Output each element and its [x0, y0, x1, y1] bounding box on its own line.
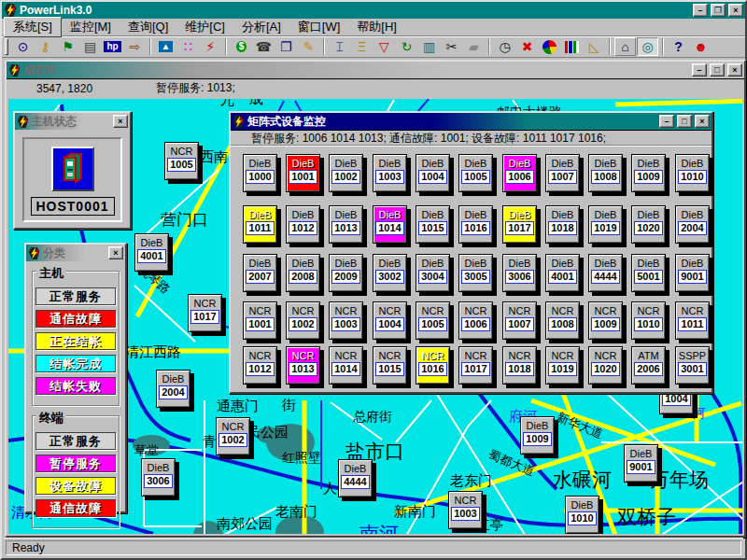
- matrix-device-ncr-1018[interactable]: NCR1018: [502, 346, 537, 385]
- refresh-icon[interactable]: ↻: [396, 37, 417, 56]
- menu-item-1[interactable]: 系统[S]: [4, 17, 62, 37]
- exit-door-icon[interactable]: ⇨: [124, 37, 146, 56]
- matrix-device-ncr-1002[interactable]: NCR1002: [286, 301, 320, 340]
- map-device-dieb-3006[interactable]: DieB3006: [141, 458, 176, 497]
- key-icon[interactable]: ⚷: [35, 37, 56, 56]
- matrix-device-dieb-1014[interactable]: DieB1014: [373, 205, 407, 244]
- matrix-device-ncr-1013[interactable]: NCR1013: [286, 346, 320, 385]
- matrix-device-ncr-1001[interactable]: NCR1001: [243, 301, 277, 340]
- matrix-device-dieb-1005[interactable]: DieB1005: [458, 154, 493, 192]
- phone-icon[interactable]: ☎: [253, 37, 275, 56]
- matrix-device-dieb-1015[interactable]: DieB1015: [416, 205, 450, 244]
- matrix-device-ncr-1003[interactable]: NCR1003: [329, 301, 363, 340]
- matrix-device-dieb-1010[interactable]: DieB1010: [675, 154, 710, 192]
- clock-icon[interactable]: ◷: [494, 37, 515, 56]
- matrix-device-ncr-1012[interactable]: NCR1012: [243, 346, 277, 385]
- lightning-icon[interactable]: ⚡: [200, 37, 221, 56]
- matrix-device-dieb-1017[interactable]: DieB1017: [502, 205, 537, 244]
- matrix-device-ncr-1019[interactable]: NCR1019: [545, 346, 580, 385]
- matrix-device-dieb-2008[interactable]: DieB2008: [286, 254, 320, 292]
- matrix-device-ncr-1015[interactable]: NCR1015: [373, 346, 407, 385]
- matrix-device-dieb-1020[interactable]: DieB1020: [631, 205, 666, 244]
- matrix-device-dieb-1016[interactable]: DieB1016: [458, 205, 493, 244]
- matrix-device-dieb-1002[interactable]: DieB1002: [329, 154, 363, 192]
- hp-doc-icon[interactable]: hp: [102, 37, 123, 56]
- matrix-device-dieb-1019[interactable]: DieB1019: [588, 205, 623, 244]
- toolbar-grip[interactable]: [5, 38, 8, 55]
- matrix-device-ncr-1010[interactable]: NCR1010: [631, 301, 666, 340]
- matrix-device-dieb-1013[interactable]: DieB1013: [329, 205, 363, 244]
- gauge-icon[interactable]: Ξ: [351, 37, 373, 56]
- matrix-device-dieb-4444[interactable]: DieB4444: [588, 254, 623, 292]
- map-device-dieb-1010[interactable]: DieB1010: [565, 496, 599, 534]
- host-icon-button[interactable]: [51, 147, 94, 191]
- legend-close-button[interactable]: ×: [108, 246, 123, 259]
- help-icon[interactable]: ?: [668, 37, 689, 56]
- menu-item-6[interactable]: 窗口[W]: [289, 18, 349, 36]
- scissors-icon[interactable]: ✂: [441, 37, 462, 56]
- matrix-device-dieb-3005[interactable]: DieB3005: [458, 254, 493, 292]
- find-icon[interactable]: ⊙: [12, 37, 34, 56]
- matrix-device-dieb-1004[interactable]: DieB1004: [416, 154, 450, 192]
- restore-button[interactable]: ❐: [711, 4, 726, 17]
- matrix-device-ncr-1016[interactable]: NCR1016: [416, 346, 450, 385]
- map-maximize-button[interactable]: □: [710, 63, 725, 77]
- host-close-button[interactable]: ×: [113, 115, 128, 128]
- matrix-minimize-button[interactable]: –: [659, 115, 674, 128]
- matrix-device-ncr-1014[interactable]: NCR1014: [329, 346, 363, 385]
- ruler-icon[interactable]: ◺: [584, 37, 605, 56]
- matrix-device-ncr-1008[interactable]: NCR1008: [545, 301, 580, 340]
- matrix-device-dieb-5001[interactable]: DieB5001: [631, 254, 666, 292]
- map-window-titlebar[interactable]: 成都市 – □ ×: [7, 62, 744, 78]
- matrix-device-dieb-3006[interactable]: DieB3006: [502, 254, 537, 292]
- matrix-device-ncr-1006[interactable]: NCR1006: [458, 301, 493, 340]
- matrix-device-dieb-1007[interactable]: DieB1007: [545, 154, 580, 192]
- map-device-ncr-1003[interactable]: NCR1003: [448, 491, 483, 529]
- map-view-icon[interactable]: ▲: [155, 37, 176, 56]
- matrix-device-dieb-2004[interactable]: DieB2004: [675, 205, 710, 244]
- cascade-windows-icon[interactable]: ❐: [275, 37, 297, 56]
- menu-item-3[interactable]: 查询[Q]: [120, 18, 176, 36]
- map-device-dieb-4001[interactable]: DieB4001: [134, 233, 169, 272]
- matrix-device-dieb-1008[interactable]: DieB1008: [588, 154, 623, 192]
- matrix-device-ncr-1005[interactable]: NCR1005: [416, 301, 450, 340]
- matrix-device-dieb-1012[interactable]: DieB1012: [286, 205, 320, 244]
- matrix-device-ncr-1017[interactable]: NCR1017: [458, 346, 493, 385]
- matrix-window-titlebar[interactable]: 矩阵式设备监控 – □ ×: [231, 113, 712, 130]
- matrix-device-dieb-1006[interactable]: DieB1006: [502, 154, 537, 192]
- map-device-dieb-1009[interactable]: DieB1009: [520, 416, 555, 455]
- legend-window-titlebar[interactable]: 分类 ×: [26, 245, 125, 261]
- matrix-device-ncr-1020[interactable]: NCR1020: [588, 346, 623, 385]
- delete-icon[interactable]: ✖: [516, 37, 538, 56]
- menu-item-2[interactable]: 监控[M]: [62, 18, 120, 36]
- money-icon[interactable]: $: [231, 37, 252, 56]
- host-window-titlebar[interactable]: 主机状态 ×: [15, 113, 130, 130]
- map-minimize-button[interactable]: –: [692, 63, 707, 77]
- matrix-device-sspp-3001[interactable]: SSPP3001: [675, 346, 710, 385]
- color-grid-icon[interactable]: ∷: [177, 37, 199, 56]
- flag-icon[interactable]: ⚑: [57, 37, 78, 56]
- filter-icon[interactable]: ▽: [374, 37, 395, 56]
- matrix-device-dieb-1000[interactable]: DieB1000: [243, 154, 277, 192]
- operator-icon[interactable]: ☻: [690, 37, 712, 56]
- cabinet-icon[interactable]: ▥: [418, 37, 440, 56]
- matrix-device-dieb-1001[interactable]: DieB1001: [286, 154, 320, 192]
- menu-item-7[interactable]: 帮助[H]: [348, 18, 405, 36]
- minimize-button[interactable]: –: [693, 4, 708, 17]
- matrix-device-dieb-2007[interactable]: DieB2007: [243, 254, 277, 292]
- pie-chart-icon[interactable]: [539, 37, 560, 56]
- lifering-icon[interactable]: ◎: [637, 37, 658, 56]
- matrix-device-dieb-2009[interactable]: DieB2009: [329, 254, 363, 292]
- building-icon[interactable]: ⌂: [614, 37, 636, 56]
- matrix-device-dieb-1018[interactable]: DieB1018: [545, 205, 580, 244]
- matrix-device-dieb-4001[interactable]: DieB4001: [545, 254, 580, 292]
- map-device-ncr-1002[interactable]: NCR1002: [216, 417, 250, 455]
- matrix-device-ncr-1011[interactable]: NCR1011: [675, 301, 710, 340]
- eraser-icon[interactable]: ▰: [463, 37, 485, 56]
- matrix-close-button[interactable]: ×: [695, 115, 710, 128]
- matrix-device-dieb-1003[interactable]: DieB1003: [373, 154, 407, 192]
- map-device-dieb-4444[interactable]: DieB4444: [338, 459, 373, 497]
- map-device-dieb-2004[interactable]: DieB2004: [156, 370, 190, 408]
- bar-chart-icon[interactable]: [561, 37, 583, 56]
- matrix-maximize-button[interactable]: □: [677, 115, 692, 128]
